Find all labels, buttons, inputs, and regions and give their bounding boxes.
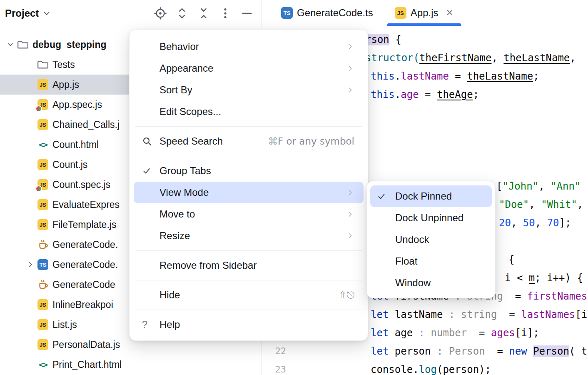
- tree-item-label: PersonalData.js: [52, 339, 120, 350]
- menu-separator: [135, 250, 362, 251]
- chevron-spacer: [24, 118, 37, 131]
- menu-item-undock[interactable]: Undock: [370, 229, 492, 250]
- close-icon[interactable]: ✕: [446, 8, 453, 18]
- chevron-down-icon[interactable]: [42, 9, 51, 18]
- chevron-spacer: [24, 158, 37, 171]
- code-line: 20, 50, 70];: [499, 214, 571, 232]
- menu-item-speed-search[interactable]: Speed Search⌘F or any symbol: [134, 130, 364, 152]
- menu-item-edit-scopes[interactable]: Edit Scopes...: [134, 101, 364, 122]
- code-line: i < m; i++) {: [505, 269, 583, 287]
- submenu-arrow-icon: [346, 86, 354, 94]
- menu-item-resize[interactable]: Resize: [134, 225, 364, 247]
- tree-item-print-chart-html[interactable]: <>Print_Chart.html: [0, 355, 261, 375]
- minimize-icon[interactable]: [236, 5, 258, 22]
- js-file-icon: JS: [37, 78, 49, 91]
- line-number: 23: [262, 360, 286, 375]
- chevron-spacer: [24, 58, 37, 71]
- code-line: structor(theFirstName, theLastName,: [365, 49, 576, 67]
- code-line: console.log(person);: [371, 360, 491, 375]
- menu-item-group-tabs[interactable]: Group Tabs: [134, 160, 364, 182]
- menu-separator: [135, 280, 362, 280]
- locate-icon[interactable]: [149, 5, 171, 22]
- menu-item-label: Resize: [159, 230, 190, 242]
- chevron-down-icon[interactable]: [4, 38, 17, 51]
- tab-app-js[interactable]: JSApp.js✕: [384, 0, 464, 26]
- submenu-arrow-icon: [346, 210, 354, 218]
- panel-title[interactable]: Project: [5, 8, 39, 19]
- code-line: let person : Person = new Person( t: [371, 342, 587, 360]
- menu-item-remove-from-sidebar[interactable]: Remove from Sidebar: [134, 255, 364, 276]
- menu-item-label: Edit Scopes...: [159, 106, 221, 118]
- chevron-spacer: [24, 238, 37, 251]
- tree-item-label: App.js: [52, 79, 79, 90]
- line-number: 22: [262, 342, 286, 360]
- code-line: let lastName : string = lastNames[i: [371, 305, 587, 324]
- tree-item-label: Chained_Calls.j: [52, 119, 120, 130]
- chevron-spacer: [24, 218, 37, 231]
- active-tab-underline: [387, 23, 461, 26]
- chevron-spacer: [24, 198, 37, 211]
- coffee-file-icon: [37, 238, 49, 251]
- folder-file-icon: [37, 58, 49, 71]
- tab-generatecode-ts[interactable]: TSGenerateCode.ts: [270, 0, 384, 26]
- menu-item-label: Undock: [395, 234, 429, 245]
- submenu-arrow-icon: [346, 64, 354, 72]
- menu-separator: [135, 156, 362, 156]
- tree-item-label: App.spec.js: [52, 99, 102, 110]
- menu-item-sort-by[interactable]: Sort By: [134, 79, 364, 101]
- menu-item-label: Move to: [159, 208, 195, 220]
- chevron-right-icon[interactable]: [24, 258, 37, 271]
- menu-item-hide[interactable]: Hide⇧⎋: [134, 284, 364, 306]
- js-file-icon: JS: [37, 298, 49, 311]
- menu-item-move-to[interactable]: Move to: [134, 203, 364, 225]
- chevron-spacer: [24, 358, 37, 371]
- tab-label: App.js: [411, 7, 439, 19]
- folder-file-icon: [17, 38, 29, 51]
- tree-item-label: EvaluateExpres: [52, 199, 120, 210]
- menu-shortcut: ⇧⎋: [339, 290, 354, 301]
- ts-file-icon: TS: [37, 258, 49, 271]
- tree-item-label: debug_stepping: [32, 39, 107, 50]
- more-icon[interactable]: [214, 5, 236, 22]
- tab-label: GenerateCode.ts: [297, 7, 373, 19]
- chevron-spacer: [24, 278, 37, 291]
- js-file-icon: JS: [395, 7, 406, 19]
- collapse-all-icon[interactable]: [193, 5, 214, 22]
- tree-item-label: Count.spec.js: [52, 179, 110, 190]
- tree-item-label: List.js: [52, 319, 77, 330]
- panel-toolbar: [149, 5, 258, 22]
- menu-item-label: Float: [395, 255, 417, 267]
- menu-item-label: Speed Search: [159, 135, 223, 147]
- menu-item-dock-unpinned[interactable]: Dock Unpinned: [370, 207, 492, 229]
- project-panel-header: Project: [0, 0, 261, 27]
- menu-item-window[interactable]: Window: [370, 272, 492, 294]
- menu-item-behavior[interactable]: Behavior: [134, 36, 364, 58]
- js-file-icon: JS: [37, 158, 49, 171]
- js-file-icon: JS: [37, 338, 49, 351]
- menu-item-label: Dock Pinned: [395, 190, 452, 202]
- menu-item-dock-pinned[interactable]: Dock Pinned: [370, 185, 492, 207]
- ide-window: rson {structor(theFirstName, theLastName…: [0, 0, 588, 375]
- expand-all-icon[interactable]: [171, 5, 193, 22]
- menu-item-view-mode[interactable]: View Mode: [134, 182, 364, 203]
- submenu-arrow-icon: [346, 42, 354, 51]
- code-line: ["John", "Ann": [496, 177, 581, 195]
- tree-item-label: Count.html: [52, 139, 99, 150]
- check-icon: [377, 192, 395, 201]
- menu-item-label: Help: [159, 319, 180, 330]
- menu-item-label: Dock Unpinned: [395, 212, 463, 224]
- check-icon: [142, 166, 159, 175]
- code-line: let age : number = ages[i];: [371, 324, 539, 342]
- chevron-spacer: [24, 318, 37, 331]
- tree-item-label: Count.js: [52, 159, 87, 170]
- menu-item-float[interactable]: Float: [370, 250, 492, 272]
- menu-item-appearance[interactable]: Appearance: [134, 58, 364, 79]
- code-line: this.lastName = theLastName;: [371, 67, 539, 85]
- menu-item-label: Window: [395, 277, 431, 289]
- js-test-file-icon: JS: [37, 98, 49, 111]
- help-icon: ?: [142, 319, 159, 330]
- menu-item-help[interactable]: ?Help: [134, 314, 364, 335]
- tree-item-label: Tests: [52, 59, 75, 70]
- chevron-spacer: [24, 98, 37, 111]
- tree-item-label: GenerateCode: [52, 279, 115, 290]
